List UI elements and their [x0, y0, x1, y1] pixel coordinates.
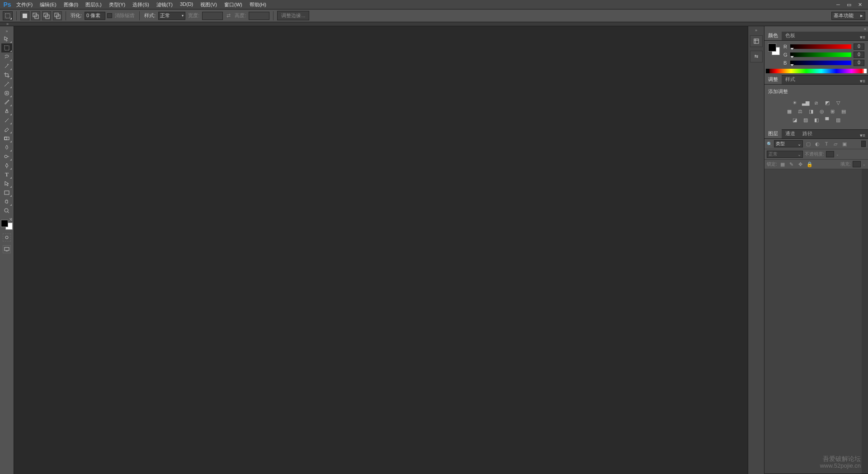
layer-filter-select[interactable]: 类型⌄ — [774, 140, 803, 147]
maximize-button[interactable]: ▭ — [845, 1, 853, 8]
menu-window[interactable]: 窗口(W) — [221, 0, 246, 9]
move-tool[interactable] — [1, 34, 12, 43]
g-slider[interactable] — [790, 52, 851, 57]
selection-add-icon[interactable] — [31, 11, 40, 20]
vibrance-icon[interactable]: ▽ — [834, 99, 842, 106]
menu-select[interactable]: 选择(S) — [129, 0, 153, 9]
exposure-icon[interactable]: ◩ — [823, 99, 831, 106]
layers-panel-menu-icon[interactable]: ▾≡ — [857, 133, 868, 138]
workspace-select[interactable]: 基本功能▸ — [831, 12, 865, 20]
toolbox-toggle-icon[interactable]: » — [5, 28, 8, 34]
menu-help[interactable]: 帮助(H) — [246, 0, 270, 9]
b-slider[interactable] — [790, 61, 851, 65]
blend-mode-select[interactable]: 正常⌄ — [767, 151, 803, 158]
menu-layer[interactable]: 图层(L) — [82, 0, 105, 9]
zoom-tool[interactable] — [1, 206, 12, 215]
adjust-panel-menu-icon[interactable]: ▾≡ — [857, 78, 868, 84]
menu-file[interactable]: 文件(F) — [13, 0, 36, 9]
minimize-button[interactable]: ─ — [835, 1, 842, 8]
shape-tool[interactable] — [1, 188, 12, 197]
curves-icon[interactable]: ⧄ — [812, 99, 821, 106]
selection-intersect-icon[interactable] — [53, 11, 62, 20]
expand-tabs-icon[interactable]: » — [6, 22, 9, 26]
active-tool-preset[interactable] — [3, 11, 13, 20]
opacity-input[interactable] — [826, 151, 834, 157]
pen-tool[interactable] — [1, 161, 12, 170]
history-panel-icon[interactable] — [750, 35, 763, 47]
blur-tool[interactable] — [1, 143, 12, 152]
lasso-tool[interactable] — [1, 52, 12, 62]
crop-tool[interactable] — [1, 71, 12, 80]
gradient-map-icon[interactable]: ▀ — [823, 116, 831, 123]
menu-image[interactable]: 图像(I) — [60, 0, 82, 9]
selection-subtract-icon[interactable] — [42, 11, 51, 20]
spectrum-picker[interactable] — [766, 69, 867, 73]
style-select[interactable]: 正常▾ — [158, 12, 185, 20]
bw-icon[interactable]: ◨ — [807, 108, 815, 115]
invert-icon[interactable]: ◪ — [791, 116, 799, 123]
menu-filter[interactable]: 滤镜(T) — [153, 0, 176, 9]
color-fgbg-swatch[interactable] — [768, 43, 780, 55]
foreground-swatch[interactable] — [1, 220, 8, 227]
layers-scrollbar[interactable] — [862, 169, 868, 474]
clone-stamp-tool[interactable] — [1, 107, 12, 116]
eraser-tool[interactable] — [1, 125, 12, 134]
marquee-tool[interactable] — [1, 43, 12, 52]
brightness-icon[interactable]: ☀ — [791, 99, 799, 106]
history-brush-tool[interactable] — [1, 116, 12, 125]
selection-new-icon[interactable] — [20, 11, 29, 20]
channel-mixer-icon[interactable]: ⊞ — [829, 108, 837, 115]
text-tool[interactable]: T — [1, 170, 12, 179]
photo-filter-icon[interactable]: ◎ — [818, 108, 826, 115]
tab-layers[interactable]: 图层 — [764, 129, 782, 138]
dodge-tool[interactable] — [1, 152, 12, 161]
filter-toggle[interactable] — [861, 141, 866, 147]
filter-adjust-icon[interactable]: ◐ — [814, 141, 821, 147]
tab-paths[interactable]: 路径 — [799, 129, 816, 138]
color-panel-menu-icon[interactable]: ▾≡ — [857, 34, 868, 40]
feather-input[interactable]: 0 像素 — [85, 12, 105, 20]
dock-expand-icon[interactable]: » — [755, 27, 757, 33]
filter-shape-icon[interactable]: ▱ — [832, 141, 839, 147]
selective-color-icon[interactable]: ▥ — [834, 116, 842, 123]
quickmask-toggle[interactable] — [3, 233, 11, 242]
threshold-icon[interactable]: ◧ — [812, 116, 821, 123]
filter-type-icon[interactable]: T — [823, 141, 830, 147]
posterize-icon[interactable]: ▨ — [802, 116, 810, 123]
g-value[interactable]: 0 — [854, 52, 864, 58]
close-button[interactable]: ✕ — [856, 1, 863, 8]
refine-edge-button[interactable]: 调整边缘... — [277, 11, 309, 20]
b-value[interactable]: 0 — [854, 60, 864, 66]
filter-smart-icon[interactable]: ▣ — [841, 141, 848, 147]
gradient-tool[interactable] — [1, 134, 12, 143]
hand-tool[interactable] — [1, 197, 12, 206]
r-slider[interactable] — [790, 44, 851, 49]
lock-position-icon[interactable]: ✥ — [797, 161, 804, 167]
hue-sat-icon[interactable]: ▦ — [785, 108, 793, 115]
antialias-checkbox[interactable] — [107, 13, 112, 18]
canvas-area[interactable] — [14, 26, 748, 474]
tab-styles[interactable]: 样式 — [782, 75, 799, 84]
menu-3d[interactable]: 3D(D) — [176, 0, 197, 9]
path-selection-tool[interactable] — [1, 179, 12, 188]
healing-brush-tool[interactable] — [1, 89, 12, 98]
levels-icon[interactable]: ▃▆ — [802, 99, 810, 106]
lock-all-icon[interactable]: 🔒 — [806, 161, 813, 167]
menu-edit[interactable]: 编辑(E) — [36, 0, 60, 9]
fill-input[interactable] — [853, 161, 861, 167]
menu-view[interactable]: 视图(V) — [197, 0, 221, 9]
brush-tool[interactable] — [1, 98, 12, 107]
lock-transparent-icon[interactable]: ▦ — [779, 161, 786, 167]
filter-pixel-icon[interactable]: ▢ — [805, 141, 812, 147]
tab-color[interactable]: 颜色 — [764, 31, 782, 40]
layers-list[interactable] — [764, 169, 862, 474]
swap-dimensions-icon[interactable]: ⇄ — [225, 12, 232, 19]
color-lookup-icon[interactable]: ▤ — [840, 108, 848, 115]
tab-channels[interactable]: 通道 — [782, 129, 799, 138]
lock-image-icon[interactable]: ✎ — [788, 161, 795, 167]
tab-adjustments[interactable]: 调整 — [764, 75, 782, 84]
foreground-background-color[interactable]: ⤭ — [1, 217, 13, 230]
properties-panel-icon[interactable] — [750, 51, 763, 62]
r-value[interactable]: 0 — [854, 43, 864, 50]
magic-wand-tool[interactable] — [1, 62, 12, 71]
